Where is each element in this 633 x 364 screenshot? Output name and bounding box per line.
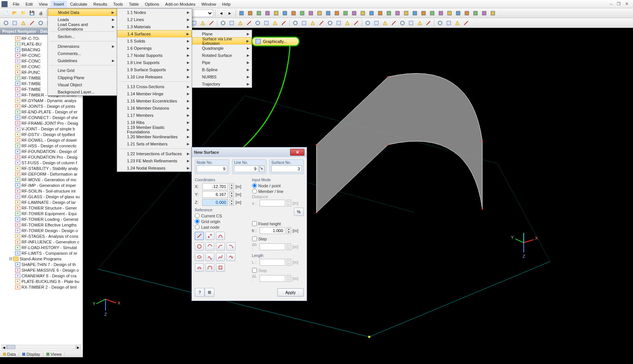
menu-item[interactable]: 1.3 Materials▶ xyxy=(117,23,192,30)
node-no-input[interactable] xyxy=(197,165,227,172)
dialog-close-button[interactable]: ✕ xyxy=(290,149,304,156)
tool2-btn-26[interactable] xyxy=(237,19,244,27)
open2-icon[interactable]: 📁 xyxy=(20,9,27,17)
tree-item[interactable]: ▪RF-FOUNDATION - Design of xyxy=(0,148,83,154)
tree-item[interactable]: ▪RF-TOWER Equipment - Equi xyxy=(0,211,83,216)
tool2-btn-38[interactable] xyxy=(344,19,351,27)
input-node-point[interactable]: Node / point xyxy=(252,183,304,188)
tree-item[interactable]: ▪RF-LAMINATE - Design of lar xyxy=(0,199,83,205)
ref-grid-origin[interactable]: Grid origin xyxy=(195,219,247,224)
menu-item[interactable]: 1.7 Nodal Supports▶ xyxy=(117,52,192,59)
menu-item[interactable]: 1.9 Surface Supports▶ xyxy=(117,66,192,73)
tool2-btn-44[interactable] xyxy=(399,19,406,27)
shape-btn-2[interactable] xyxy=(205,232,214,240)
menu-item[interactable]: 1.15 Member Eccentricities▶ xyxy=(117,97,192,104)
menu-item[interactable]: NURBS▶ xyxy=(192,73,252,80)
ref-current-cs[interactable]: Current CS xyxy=(195,213,247,218)
height-input[interactable] xyxy=(260,227,285,234)
shape-btn-7[interactable] xyxy=(226,242,235,251)
surfaces-submenu[interactable]: Plane▶Surface via Line Extrusion▶Quadran… xyxy=(192,30,252,88)
tab-views[interactable]: Views xyxy=(43,352,65,357)
menu-item[interactable]: Model Data▶ xyxy=(48,9,117,16)
spinner[interactable]: ▲▼ xyxy=(229,183,234,190)
tree-item[interactable]: ▪RF-TOWER Loading - Generat xyxy=(0,216,83,222)
close-icon[interactable]: ✕ xyxy=(625,2,628,6)
tree-item[interactable]: ▪RF-END-PLATE - Design of er xyxy=(0,109,83,115)
tool-btn-23[interactable] xyxy=(437,9,445,17)
tree-item[interactable]: ▪RF-CONNECT - Design of she xyxy=(0,115,83,120)
shape-btn-6[interactable] xyxy=(216,242,225,251)
tool2-btn-36[interactable] xyxy=(326,19,334,27)
menu-insert[interactable]: Insert xyxy=(50,1,67,8)
menu-item[interactable]: 1.19 Member Elastic Foundations▶ xyxy=(117,126,192,133)
menu-item[interactable]: 1.16 Member Divisions▶ xyxy=(117,104,192,112)
tree-item[interactable]: ▪RF-TOWER Design - Design o xyxy=(0,228,83,233)
input-member-line[interactable]: Member / line xyxy=(252,189,304,194)
help-button[interactable]: ? xyxy=(195,288,205,297)
tool2-btn-23[interactable] xyxy=(208,19,215,27)
tree-item[interactable]: ▪RF-IMP - Generation of imper xyxy=(0,182,83,188)
tool2-btn-39[interactable] xyxy=(352,19,360,27)
menu-tools[interactable]: Tools xyxy=(110,1,126,8)
tool-btn-8[interactable] xyxy=(307,9,315,17)
minimize-icon[interactable]: – xyxy=(610,2,612,6)
tool-btn-27[interactable] xyxy=(472,9,479,17)
menu-item[interactable]: 1.10 Line Releases▶ xyxy=(117,73,192,80)
tree-item[interactable]: ▪RF-INFLUENCE - Generation c xyxy=(0,239,83,245)
menu-item[interactable]: Visual Object xyxy=(48,81,117,88)
tool2-btn-4[interactable] xyxy=(37,19,44,27)
menu-table[interactable]: Table xyxy=(126,1,142,8)
tool2-btn-43[interactable] xyxy=(390,19,398,27)
tool2-btn-41[interactable] xyxy=(373,19,380,27)
coord-x-input[interactable] xyxy=(202,183,228,190)
prev-icon[interactable]: ◄ xyxy=(217,9,225,17)
save-icon[interactable]: 💾 xyxy=(28,9,36,17)
tool2-btn-50[interactable] xyxy=(454,19,461,27)
shape-btn-10[interactable] xyxy=(216,253,225,261)
tree-item[interactable]: ▪RF-DSTV - Design of typified xyxy=(0,132,83,137)
tree-item[interactable]: ▪V-JOINT - Design of simple b xyxy=(0,126,83,132)
tool-btn-14[interactable] xyxy=(359,9,367,17)
tool2-btn-3[interactable] xyxy=(28,19,36,27)
tool2-btn-46[interactable] xyxy=(416,19,424,27)
tool-btn-10[interactable] xyxy=(324,9,332,17)
tool2-btn-48[interactable] xyxy=(436,19,444,27)
menu-item[interactable]: 1.2 Lines▶ xyxy=(117,16,192,23)
tree-item[interactable]: ▪RF-STAGES - Analysis of cons xyxy=(0,233,83,239)
tree-folder[interactable]: ⊟Stand-Alone Programs xyxy=(0,256,83,262)
fixed-height-check[interactable]: Fixed height xyxy=(252,221,304,226)
shape-btn-11[interactable] xyxy=(226,253,235,261)
tool2-btn-42[interactable] xyxy=(381,19,389,27)
menu-item[interactable]: Clipping Plane xyxy=(48,74,117,81)
dialog-titlebar[interactable]: New Surface ✕ xyxy=(192,147,307,157)
menu-options[interactable]: Options xyxy=(142,1,162,8)
menu-item[interactable]: 1.14 Member Hinge▶ xyxy=(117,90,192,97)
insert-menu[interactable]: Model Data▶Loads▶Load Cases and Combinat… xyxy=(47,8,117,96)
tool2-btn-33[interactable] xyxy=(300,19,308,27)
tree-item[interactable]: ▪RF-DOWEL - Design of dowel xyxy=(0,137,83,143)
shape-btn-9[interactable] xyxy=(205,253,214,261)
settings-button[interactable] xyxy=(205,288,214,297)
tool2-btn-49[interactable] xyxy=(445,19,453,27)
graphically-option[interactable]: Graphically... xyxy=(252,37,299,46)
tree-item[interactable]: ▪RF-FOUNDATION Pro - Desig xyxy=(0,154,83,160)
apply-button[interactable]: Apply xyxy=(277,288,304,297)
tool-btn-17[interactable] xyxy=(385,9,393,17)
new-icon[interactable]: 📄 xyxy=(2,9,10,17)
tree-item[interactable]: ▪RF-HSS - Design of connectic xyxy=(0,143,83,148)
menu-item[interactable]: 1.4 Surfaces▶ xyxy=(117,30,192,37)
tree-item[interactable]: ▪SHAPE-MASSIVE 6 - Design o xyxy=(0,267,83,273)
tool2-btn-27[interactable] xyxy=(245,19,253,27)
menu-item[interactable]: Load Cases and Combinations▶ xyxy=(48,23,117,30)
tree-item[interactable]: ▪RF-LOAD-HISTORY - Simulat xyxy=(0,245,83,250)
tool-btn-24[interactable] xyxy=(446,9,453,17)
tool-btn-28[interactable] xyxy=(480,9,488,17)
tree-item[interactable]: ▪CRANEWAY 8 - Design of cra xyxy=(0,273,83,278)
tool2-btn-29[interactable] xyxy=(263,19,270,27)
tool-btn-12[interactable] xyxy=(342,9,349,17)
tree-item[interactable]: ▪PLATE-BUCKLING 8 - Plate bu xyxy=(0,278,83,284)
shape-btn-5[interactable] xyxy=(205,242,214,251)
tool-btn-0[interactable] xyxy=(238,9,245,17)
tool-btn-5[interactable] xyxy=(281,9,289,17)
tool-btn-1[interactable] xyxy=(246,9,254,17)
